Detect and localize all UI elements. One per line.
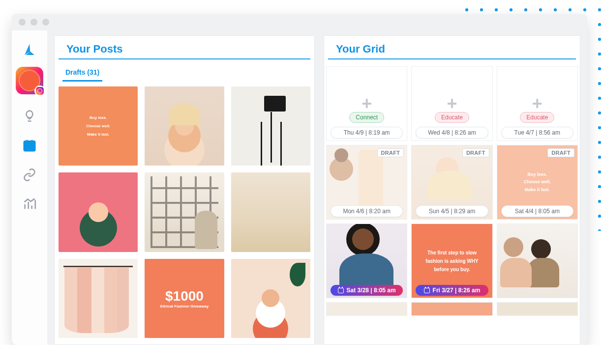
instagram-badge-icon (34, 85, 45, 96)
your-posts-panel: Your Posts Drafts (31) Buy less. Choose … (54, 35, 315, 345)
quote-text: Buy less.Choose well.Make it last. (521, 168, 554, 196)
sidebar (12, 30, 47, 345)
time-chip: Wed 4/8 | 8:26 am (416, 127, 488, 139)
category-pill: Educate (435, 112, 469, 123)
time-text: Sat 3/28 | 8:05 am (347, 287, 396, 294)
drafts-grid: Buy less. Choose well. Make it last. $10… (55, 82, 314, 343)
draft-thumbnail[interactable]: Buy less. Choose well. Make it last. (59, 86, 138, 166)
time-chip: Sun 4/5 | 8:29 am (416, 205, 488, 217)
window-dot (19, 19, 26, 26)
window-titlebar (12, 14, 587, 30)
draft-thumbnail[interactable]: $1000 Ethical Fashion Giveaway (145, 259, 224, 338)
grid-post[interactable] (497, 302, 578, 316)
grid-slot[interactable]: + Educate Tue 4/7 | 8:56 am (497, 66, 578, 141)
time-chip: Thu 4/9 | 8:19 am (331, 127, 403, 139)
grid-post[interactable]: Buy less.Choose well.Make it last. DRAFT… (497, 145, 578, 220)
tab-drafts[interactable]: Drafts (31) (62, 65, 102, 82)
category-pill: Educate (520, 112, 554, 123)
grid-post[interactable] (326, 302, 407, 316)
sidebar-ideas[interactable] (18, 104, 41, 128)
posts-tabs: Drafts (31) (55, 61, 314, 82)
plus-icon: + (532, 95, 542, 112)
panel-title: Your Posts (66, 43, 123, 55)
time-chip: Tue 4/7 | 8:56 am (501, 127, 573, 139)
scheduled-chip: Sat 3/28 | 8:05 am (331, 285, 403, 296)
calendar-icon (338, 288, 344, 293)
quote-line: Buy less. (90, 114, 107, 121)
quote-line: Choose well. (86, 122, 110, 130)
panel-header: Your Posts (59, 36, 310, 59)
account-avatar[interactable] (16, 67, 43, 94)
sidebar-link[interactable] (18, 163, 41, 187)
quote-line: Make it last. (87, 131, 109, 138)
draft-thumbnail[interactable] (231, 86, 310, 166)
window-dot (42, 19, 49, 26)
app-body: Your Posts Drafts (31) Buy less. Choose … (12, 30, 587, 345)
sidebar-analytics[interactable] (18, 193, 41, 216)
grid-post[interactable] (497, 224, 578, 298)
draft-badge: DRAFT (547, 148, 574, 157)
price-sub: Ethical Fashion Giveaway (160, 304, 209, 308)
grid-post[interactable]: The first step to slow fashion is asking… (411, 224, 492, 298)
grid-post[interactable] (411, 302, 492, 316)
draft-thumbnail[interactable] (231, 172, 310, 252)
logo-icon[interactable] (18, 38, 41, 62)
panel-header: Your Grid (328, 36, 576, 59)
draft-thumbnail[interactable] (59, 259, 138, 338)
window-dot (30, 19, 37, 26)
draft-thumbnail[interactable] (231, 259, 310, 338)
category-pill: Connect (349, 112, 384, 123)
time-chip: Sat 4/4 | 8:05 am (501, 205, 573, 217)
grid-body: + Connect Thu 4/9 | 8:19 am + Educate We… (324, 61, 580, 316)
draft-badge: DRAFT (462, 148, 489, 157)
scheduled-chip: Fri 3/27 | 8:26 am (416, 285, 488, 296)
plus-icon: + (361, 95, 372, 112)
grid-slot[interactable]: + Connect Thu 4/9 | 8:19 am (326, 66, 407, 141)
app-window: Your Posts Drafts (31) Buy less. Choose … (12, 14, 587, 345)
post-image (497, 224, 577, 298)
panel-title: Your Grid (336, 43, 385, 55)
grid-slot[interactable]: + Educate Wed 4/8 | 8:26 am (411, 66, 492, 141)
time-chip: Mon 4/6 | 8:20 am (331, 205, 403, 217)
time-text: Fri 3/27 | 8:26 am (433, 287, 481, 294)
grid-post[interactable]: Sat 3/28 | 8:05 am (326, 224, 407, 298)
plus-icon: + (447, 95, 457, 112)
draft-thumbnail[interactable] (145, 86, 224, 166)
sidebar-calendar[interactable] (18, 134, 41, 157)
your-grid-panel: Your Grid + Connect Thu 4/9 | 8:19 am + … (324, 35, 580, 345)
draft-badge: DRAFT (377, 148, 404, 157)
quote-text: The first step to slow fashion is asking… (420, 246, 484, 277)
draft-thumbnail[interactable] (59, 172, 138, 252)
draft-thumbnail[interactable] (145, 172, 224, 252)
main-area: Your Posts Drafts (31) Buy less. Choose … (47, 30, 587, 345)
price-amount: $1000 (165, 288, 204, 304)
calendar-icon (424, 288, 430, 293)
grid-post[interactable]: DRAFT Mon 4/6 | 8:20 am (326, 145, 407, 220)
grid-post[interactable]: DRAFT Sun 4/5 | 8:29 am (411, 145, 492, 220)
